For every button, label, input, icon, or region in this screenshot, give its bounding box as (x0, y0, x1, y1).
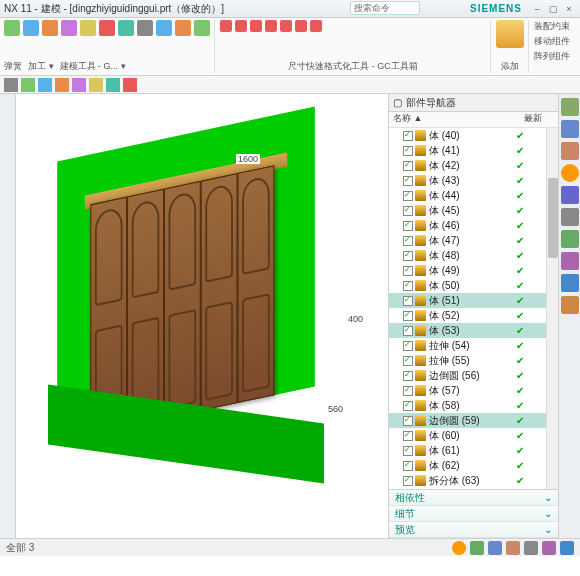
feature-tree-item[interactable]: 体 (51)✔ (389, 293, 546, 308)
checkbox-icon[interactable] (403, 191, 413, 201)
feature-tree-item[interactable]: 体 (49)✔ (389, 263, 546, 278)
ribbon-icon[interactable] (118, 20, 134, 36)
feature-tree-item[interactable]: 体 (43)✔ (389, 173, 546, 188)
checkbox-icon[interactable] (403, 431, 413, 441)
rt-icon[interactable] (561, 120, 579, 138)
rt-icon[interactable] (561, 98, 579, 116)
checkbox-icon[interactable] (403, 221, 413, 231)
3d-viewport[interactable]: 1600 560 400 (16, 94, 388, 538)
checkbox-icon[interactable] (403, 416, 413, 426)
checkbox-icon[interactable] (403, 386, 413, 396)
ribbon-icon[interactable] (194, 20, 210, 36)
status-icon[interactable] (524, 541, 538, 555)
checkbox-icon[interactable] (403, 146, 413, 156)
feature-tree-item[interactable]: 体 (42)✔ (389, 158, 546, 173)
feature-tree-item[interactable]: 体 (41)✔ (389, 143, 546, 158)
scrollbar-vertical[interactable] (546, 128, 558, 489)
feature-tree-item[interactable]: 体 (61)✔ (389, 443, 546, 458)
qa-icon[interactable] (106, 78, 120, 92)
rt-icon[interactable] (561, 230, 579, 248)
rt-icon[interactable] (561, 186, 579, 204)
feature-tree[interactable]: 体 (40)✔体 (41)✔体 (42)✔体 (43)✔体 (44)✔体 (45… (389, 128, 546, 489)
checkbox-icon[interactable] (403, 251, 413, 261)
feature-tree-item[interactable]: 体 (53)✔ (389, 323, 546, 338)
minimize-button[interactable]: – (530, 3, 544, 15)
column-name[interactable]: 名称 ▲ (389, 112, 524, 127)
feature-tree-item[interactable]: 体 (40)✔ (389, 128, 546, 143)
close-button[interactable]: × (562, 3, 576, 15)
feature-tree-item[interactable]: 体 (47)✔ (389, 233, 546, 248)
dim-icon[interactable] (220, 20, 232, 32)
qa-icon[interactable] (72, 78, 86, 92)
nav-section-dependency[interactable]: 相依性⌄ (389, 490, 558, 506)
status-icon[interactable] (506, 541, 520, 555)
qa-icon[interactable] (89, 78, 103, 92)
feature-tree-item[interactable]: 拆分体 (63)✔ (389, 473, 546, 488)
dim-icon[interactable] (310, 20, 322, 32)
checkbox-icon[interactable] (403, 161, 413, 171)
feature-tree-item[interactable]: 体 (50)✔ (389, 278, 546, 293)
checkbox-icon[interactable] (403, 401, 413, 411)
restore-button[interactable]: ▢ (546, 3, 560, 15)
qa-icon[interactable] (21, 78, 35, 92)
nav-section-preview[interactable]: 预览⌄ (389, 522, 558, 538)
feature-tree-item[interactable]: 体 (58)✔ (389, 398, 546, 413)
ribbon-group-label[interactable]: 添加 (496, 60, 524, 73)
ribbon-icon[interactable] (80, 20, 96, 36)
dim-icon[interactable] (280, 20, 292, 32)
status-icon[interactable] (452, 541, 466, 555)
pattern-component-button[interactable]: 阵列组件 (534, 50, 570, 63)
checkbox-icon[interactable] (403, 476, 413, 486)
ribbon-icon[interactable] (137, 20, 153, 36)
dim-icon[interactable] (250, 20, 262, 32)
status-icon[interactable] (470, 541, 484, 555)
add-component-icon[interactable] (496, 20, 524, 48)
status-icon[interactable] (488, 541, 502, 555)
feature-tree-item[interactable]: 边倒圆 (56)✔ (389, 368, 546, 383)
ribbon-icon[interactable] (61, 20, 77, 36)
ribbon-icon[interactable] (156, 20, 172, 36)
qa-icon[interactable] (38, 78, 52, 92)
feature-tree-item[interactable]: 体 (46)✔ (389, 218, 546, 233)
menu-icon[interactable] (4, 78, 18, 92)
ribbon-icon[interactable] (23, 20, 39, 36)
ribbon-icon[interactable] (42, 20, 58, 36)
qa-icon[interactable] (55, 78, 69, 92)
checkbox-icon[interactable] (403, 356, 413, 366)
rt-icon[interactable] (561, 208, 579, 226)
assembly-constraint-button[interactable]: 装配约束 (534, 20, 570, 33)
feature-tree-item[interactable]: 体 (57)✔ (389, 383, 546, 398)
dim-icon[interactable] (265, 20, 277, 32)
checkbox-icon[interactable] (403, 341, 413, 351)
checkbox-icon[interactable] (403, 371, 413, 381)
feature-tree-item[interactable]: 体 (48)✔ (389, 248, 546, 263)
checkbox-icon[interactable] (403, 311, 413, 321)
left-tool-strip[interactable] (0, 94, 16, 538)
nav-section-details[interactable]: 细节⌄ (389, 506, 558, 522)
checkbox-icon[interactable] (403, 266, 413, 276)
ribbon-icon[interactable] (99, 20, 115, 36)
ribbon-icon[interactable] (4, 20, 20, 36)
checkbox-icon[interactable] (403, 131, 413, 141)
checkbox-icon[interactable] (403, 461, 413, 471)
checkbox-icon[interactable] (403, 236, 413, 246)
status-icon[interactable] (542, 541, 556, 555)
qa-icon[interactable] (123, 78, 137, 92)
rt-icon[interactable] (561, 142, 579, 160)
feature-tree-item[interactable]: 体 (60)✔ (389, 428, 546, 443)
checkbox-icon[interactable] (403, 176, 413, 186)
ribbon-group-label[interactable]: 弹簧 (4, 60, 22, 73)
rt-icon[interactable] (561, 274, 579, 292)
ribbon-group-label[interactable]: 建模工具 - G... ▾ (60, 60, 126, 73)
move-component-button[interactable]: 移动组件 (534, 35, 570, 48)
checkbox-icon[interactable] (403, 296, 413, 306)
checkbox-icon[interactable] (403, 206, 413, 216)
feature-tree-item[interactable]: 体 (45)✔ (389, 203, 546, 218)
ribbon-group-label[interactable]: 加工 ▾ (28, 60, 54, 73)
command-search-input[interactable] (350, 1, 420, 15)
dim-icon[interactable] (235, 20, 247, 32)
feature-tree-item[interactable]: 拉伸 (54)✔ (389, 338, 546, 353)
ribbon-icon[interactable] (175, 20, 191, 36)
feature-tree-item[interactable]: 拉伸 (55)✔ (389, 353, 546, 368)
rt-icon[interactable] (561, 296, 579, 314)
